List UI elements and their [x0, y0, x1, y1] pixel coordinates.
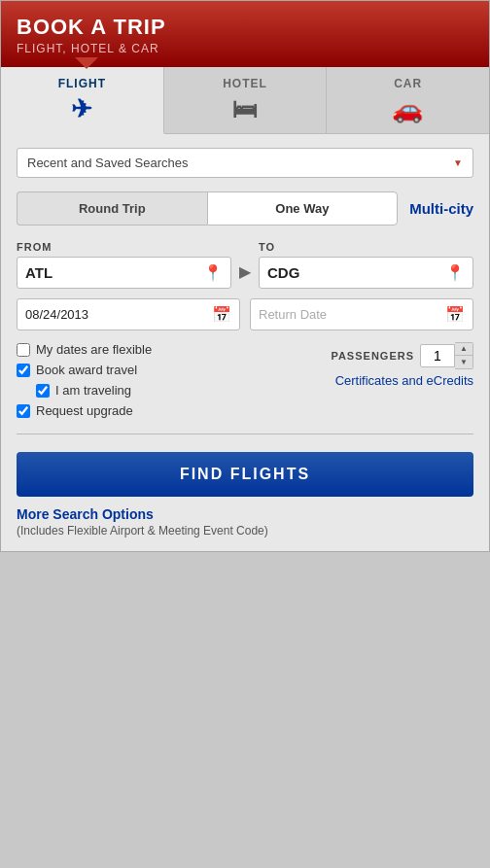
to-input[interactable] — [267, 264, 441, 281]
from-input[interactable] — [25, 264, 199, 281]
i-am-traveling-label: I am traveling — [55, 383, 131, 398]
page-title: BOOK A TRIP — [17, 15, 473, 40]
tab-car[interactable]: CAR 🚗 — [327, 67, 489, 133]
divider — [17, 434, 473, 434]
recent-searches-label: Recent and Saved Searches — [27, 156, 189, 170]
spinner-buttons: ▲ ▼ — [455, 342, 473, 369]
request-upgrade-label: Request upgrade — [36, 403, 133, 418]
to-pin-icon: 📍 — [445, 263, 465, 282]
tab-hotel[interactable]: HOTEL 🛏 — [164, 67, 328, 133]
passengers-input[interactable] — [420, 344, 455, 367]
flight-icon: ✈ — [71, 94, 93, 124]
to-label: TO — [259, 241, 473, 253]
i-am-traveling-row: I am traveling — [36, 383, 331, 398]
more-options-sublabel: (Includes Flexible Airport & Meeting Eve… — [17, 524, 473, 538]
passengers-row: PASSENGERS ▲ ▼ — [331, 342, 473, 369]
from-input-container: 📍 — [17, 257, 231, 289]
hotel-tab-label: HOTEL — [223, 77, 267, 90]
return-date-input[interactable] — [259, 307, 441, 322]
passengers-decrement-button[interactable]: ▼ — [455, 356, 472, 368]
page-subtitle: FLIGHT, HOTEL & CAR — [17, 42, 473, 55]
date-row: 📅 📅 — [17, 298, 473, 330]
book-award-checkbox[interactable] — [17, 364, 30, 377]
i-am-traveling-checkbox[interactable] — [36, 384, 50, 398]
flexible-dates-label: My dates are flexible — [36, 342, 152, 357]
depart-date-field: 📅 — [17, 298, 240, 330]
from-section: FROM 📍 — [17, 241, 231, 289]
sub-checkboxes: I am traveling — [36, 383, 331, 398]
tab-indicator-arrow — [75, 57, 98, 69]
return-calendar-icon[interactable]: 📅 — [445, 305, 465, 324]
find-flights-button[interactable]: FIND FLIGHTS — [17, 452, 473, 497]
more-options-link[interactable]: More Search Options — [17, 506, 473, 522]
hotel-icon: 🛏 — [232, 94, 259, 124]
from-pin-icon: 📍 — [203, 263, 223, 282]
passengers-label: PASSENGERS — [331, 350, 414, 362]
recent-searches-dropdown[interactable]: Recent and Saved Searches ▼ — [17, 148, 473, 178]
request-upgrade-checkbox[interactable] — [17, 404, 30, 418]
body: Recent and Saved Searches ▼ Round Trip O… — [1, 134, 489, 551]
depart-date-input[interactable] — [25, 307, 208, 322]
passengers-increment-button[interactable]: ▲ — [455, 343, 472, 356]
passengers-spinner: ▲ ▼ — [420, 342, 473, 369]
app-container: BOOK A TRIP FLIGHT, HOTEL & CAR FLIGHT ✈… — [0, 0, 490, 552]
round-trip-button[interactable]: Round Trip — [17, 191, 207, 226]
book-award-row: Book award travel — [17, 363, 331, 377]
from-to-row: FROM 📍 ▶ TO 📍 — [17, 241, 473, 289]
car-tab-label: CAR — [394, 77, 422, 90]
tab-flight[interactable]: FLIGHT ✈ — [1, 67, 164, 134]
direction-arrow-icon: ▶ — [231, 262, 259, 289]
tabs-container: FLIGHT ✈ HOTEL 🛏 CAR 🚗 — [1, 67, 489, 134]
left-options: My dates are flexible Book award travel … — [17, 342, 331, 424]
flight-tab-label: FLIGHT — [58, 77, 106, 90]
flexible-dates-row: My dates are flexible — [17, 342, 331, 357]
from-label: FROM — [17, 241, 231, 253]
multi-city-link[interactable]: Multi-city — [409, 200, 473, 217]
trip-type-row: Round Trip One Way Multi-city — [17, 191, 473, 226]
flexible-dates-checkbox[interactable] — [17, 343, 30, 357]
options-row: My dates are flexible Book award travel … — [17, 342, 473, 424]
car-icon: 🚗 — [392, 94, 424, 124]
dropdown-arrow-icon: ▼ — [453, 157, 463, 168]
request-upgrade-row: Request upgrade — [17, 403, 331, 418]
one-way-button[interactable]: One Way — [207, 191, 399, 226]
right-options: PASSENGERS ▲ ▼ Certificates and eCredits — [331, 342, 473, 388]
book-award-label: Book award travel — [36, 363, 137, 377]
to-section: TO 📍 — [259, 241, 473, 289]
depart-calendar-icon[interactable]: 📅 — [212, 305, 231, 324]
return-date-field: 📅 — [250, 298, 473, 330]
to-input-container: 📍 — [259, 257, 473, 289]
certificates-link[interactable]: Certificates and eCredits — [335, 373, 473, 388]
